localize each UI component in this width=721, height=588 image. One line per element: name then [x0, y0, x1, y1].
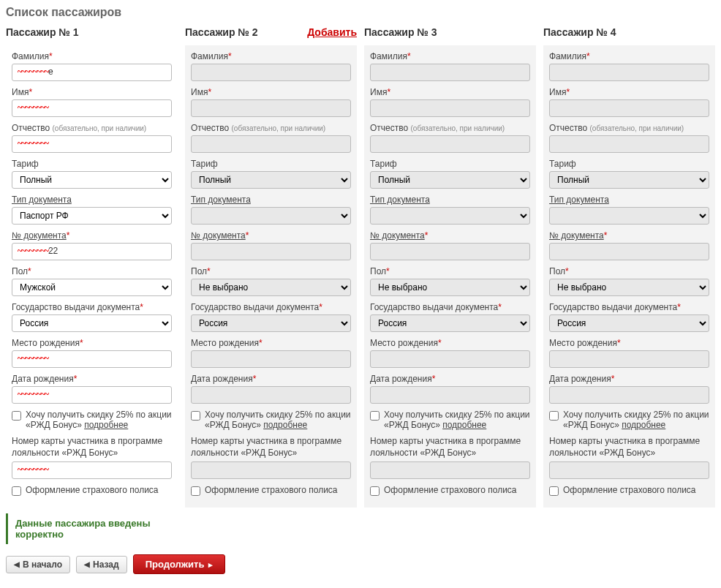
patronymic-input[interactable]: [549, 135, 709, 153]
doc_number-input[interactable]: [549, 243, 709, 260]
insurance-checkbox-row: Оформление страхового полиса: [12, 485, 172, 496]
name-label: Имя*: [12, 87, 172, 97]
chevron-left-icon: ◀: [14, 560, 20, 568]
passenger-header: Пассажир № 3: [364, 25, 536, 39]
gender-label: Пол*: [549, 266, 709, 276]
name-input[interactable]: [549, 99, 709, 117]
name-label: Имя*: [191, 87, 351, 97]
name-input[interactable]: [12, 99, 172, 117]
doc_country-label: Государство выдачи документа*: [191, 302, 351, 312]
name-label: Имя*: [549, 87, 709, 97]
gender-select[interactable]: Не выбрано: [549, 279, 709, 296]
birthplace-input[interactable]: [370, 350, 530, 368]
nav-continue-button[interactable]: Продолжить: [133, 554, 226, 574]
patronymic-label: Отчество (обязательно, при наличии): [191, 123, 351, 133]
bonus-card-input[interactable]: [370, 461, 530, 479]
discount-label: Хочу получить скидку 25% по акции «РЖД Б…: [205, 410, 351, 430]
insurance-checkbox[interactable]: [12, 486, 21, 496]
doc_type-select[interactable]: Паспорт РФ: [12, 207, 172, 225]
page-title: Список пассажиров: [6, 6, 715, 19]
doc_number-input[interactable]: [191, 243, 351, 260]
nav-buttons: ◀В начало ◀Назад Продолжить: [6, 554, 715, 574]
surname-input[interactable]: [12, 64, 172, 81]
insurance-checkbox[interactable]: [191, 486, 200, 496]
doc_number-input[interactable]: [12, 243, 172, 260]
birthplace-label: Место рождения*: [370, 338, 530, 348]
doc_type-select[interactable]: [549, 207, 709, 225]
name-input[interactable]: [370, 99, 530, 117]
doc_country-select[interactable]: Россия: [12, 314, 172, 332]
doc_country-label: Государство выдачи документа*: [370, 302, 530, 312]
passenger-header: Пассажир № 2Добавить: [185, 25, 357, 39]
bonus-card-label: Номер карты участника в программе лояльн…: [549, 436, 709, 459]
insurance-checkbox-row: Оформление страхового полиса: [191, 485, 351, 496]
insurance-checkbox[interactable]: [549, 486, 559, 496]
birthplace-input[interactable]: [549, 350, 709, 368]
nav-start-button[interactable]: ◀В начало: [6, 556, 70, 573]
doc_country-label: Государство выдачи документа*: [549, 302, 709, 312]
patronymic-input[interactable]: [12, 135, 172, 153]
birthdate-input[interactable]: [12, 386, 172, 404]
insurance-checkbox[interactable]: [370, 486, 380, 496]
discount-checkbox-row: Хочу получить скидку 25% по акции «РЖД Б…: [12, 410, 172, 430]
birthdate-label: Дата рождения*: [370, 374, 530, 384]
discount-label: Хочу получить скидку 25% по акции «РЖД Б…: [563, 410, 709, 430]
bonus-card-input[interactable]: [12, 461, 172, 479]
bonus-card-label: Номер карты участника в программе лояльн…: [12, 436, 172, 459]
surname-input[interactable]: [191, 64, 351, 81]
passenger-column-4: Пассажир № 4Фамилия*Имя*Отчество (обязат…: [543, 25, 715, 508]
birthdate-label: Дата рождения*: [191, 374, 351, 384]
patronymic-input[interactable]: [370, 135, 530, 153]
discount-more-link[interactable]: подробнее: [263, 420, 307, 430]
birthdate-input[interactable]: [549, 386, 709, 404]
surname-input[interactable]: [370, 64, 530, 81]
discount-more-link[interactable]: подробнее: [442, 420, 486, 430]
discount-checkbox[interactable]: [549, 411, 559, 421]
passenger-column-1: Пассажир № 1Фамилия*~~~~~~~~eИмя*~~~~~~~…: [6, 25, 178, 508]
insurance-label: Оформление страхового полиса: [384, 485, 517, 495]
birthdate-label: Дата рождения*: [12, 374, 172, 384]
doc_type-label: Тип документа: [370, 195, 530, 205]
birthdate-input[interactable]: [191, 386, 351, 404]
surname-input[interactable]: [549, 64, 709, 81]
gender-label: Пол*: [12, 266, 172, 276]
bonus-card-input[interactable]: [191, 461, 351, 479]
bonus-card-input[interactable]: [549, 461, 709, 479]
doc_country-select[interactable]: Россия: [370, 314, 530, 332]
doc_number-input[interactable]: [370, 243, 530, 260]
tariff-select[interactable]: Полный: [370, 171, 530, 189]
doc_type-select[interactable]: [191, 207, 351, 225]
tariff-select[interactable]: Полный: [191, 171, 351, 189]
patronymic-input[interactable]: [191, 135, 351, 153]
discount-checkbox[interactable]: [12, 411, 21, 421]
discount-checkbox-row: Хочу получить скидку 25% по акции «РЖД Б…: [549, 410, 709, 430]
birthplace-label: Место рождения*: [191, 338, 351, 348]
gender-select[interactable]: Не выбрано: [191, 279, 351, 296]
name-input[interactable]: [191, 99, 351, 117]
doc_type-label: Тип документа: [191, 195, 351, 205]
doc_country-select[interactable]: Россия: [191, 314, 351, 332]
birthdate-input[interactable]: [370, 386, 530, 404]
gender-select[interactable]: Не выбрано: [370, 279, 530, 296]
nav-back-button[interactable]: ◀Назад: [76, 556, 127, 573]
add-passenger-link[interactable]: Добавить: [307, 26, 357, 38]
surname-label: Фамилия*: [370, 51, 530, 61]
birthplace-input[interactable]: [12, 350, 172, 368]
doc_number-label: № документа*: [191, 230, 351, 241]
patronymic-label: Отчество (обязательно, при наличии): [12, 123, 172, 133]
discount-checkbox[interactable]: [191, 411, 200, 421]
discount-more-link[interactable]: подробнее: [622, 420, 665, 430]
discount-checkbox[interactable]: [370, 411, 380, 421]
gender-label: Пол*: [370, 266, 530, 276]
tariff-label: Тариф: [191, 159, 351, 169]
gender-select[interactable]: Мужской: [12, 279, 172, 296]
discount-checkbox-row: Хочу получить скидку 25% по акции «РЖД Б…: [370, 410, 530, 430]
doc_country-select[interactable]: Россия: [549, 314, 709, 332]
tariff-select[interactable]: Полный: [549, 171, 709, 189]
discount-more-link[interactable]: подробнее: [84, 420, 128, 430]
doc_type-select[interactable]: [370, 207, 530, 225]
birthplace-input[interactable]: [191, 350, 351, 368]
insurance-checkbox-row: Оформление страхового полиса: [370, 485, 530, 496]
doc_country-label: Государство выдачи документа*: [12, 302, 172, 312]
tariff-select[interactable]: Полный: [12, 171, 172, 189]
